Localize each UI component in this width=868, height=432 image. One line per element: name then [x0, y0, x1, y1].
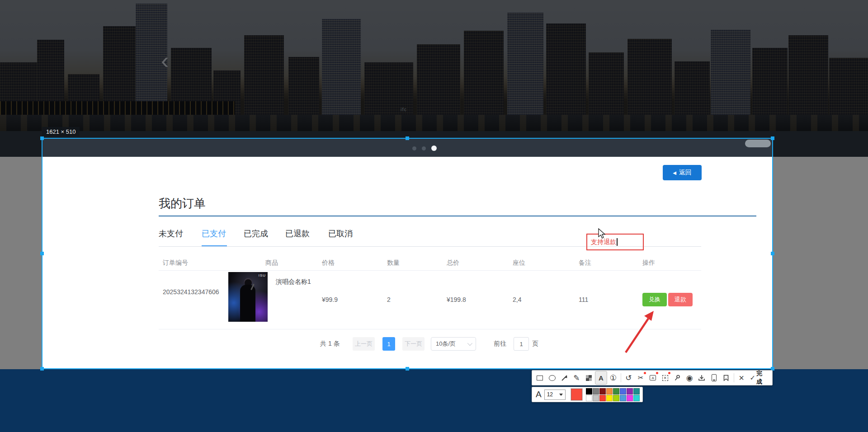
close-icon[interactable]: × [736, 371, 748, 385]
done-label: 完成 [756, 370, 768, 386]
toolbar-separator [621, 373, 621, 382]
ellipse-icon[interactable] [546, 371, 558, 385]
color-palette [586, 388, 640, 401]
resize-handle-e[interactable] [771, 252, 774, 255]
mosaic-icon[interactable] [583, 371, 595, 385]
check-icon: ✓ [750, 374, 755, 382]
selection-size-label: 1621 × 510 [42, 127, 80, 136]
dim-overlay-left [0, 138, 42, 369]
mobile-icon[interactable] [708, 371, 720, 385]
step-number-icon[interactable]: ① [607, 371, 619, 385]
palette-color[interactable] [620, 395, 626, 401]
bookmark-icon[interactable] [720, 371, 732, 385]
palette-color[interactable] [599, 388, 606, 394]
palette-color[interactable] [586, 388, 592, 394]
done-button[interactable]: ✓ 完成 [747, 371, 770, 385]
annotation-toolbar: ✎ A ① ↺ ✂ A ✕ ◉ × ✓ 完成 [532, 370, 773, 385]
resize-handle-n[interactable] [406, 136, 409, 140]
dim-overlay-top [0, 0, 868, 138]
toolbar-separator [734, 373, 734, 382]
chevron-down-icon [559, 394, 563, 396]
mouse-cursor [598, 228, 607, 240]
rectangle-icon[interactable] [534, 371, 546, 385]
palette-color[interactable] [627, 395, 633, 401]
current-color-swatch[interactable] [571, 389, 582, 400]
palette-color[interactable] [633, 388, 640, 394]
text-icon[interactable]: A [595, 371, 607, 385]
download-icon[interactable] [696, 371, 708, 385]
annotation-text-box[interactable]: 支持退款 [586, 234, 644, 250]
region-ocr-icon[interactable]: ✂ [635, 371, 647, 385]
palette-color[interactable] [599, 395, 606, 401]
undo-icon[interactable]: ↺ [623, 371, 635, 385]
pin-icon[interactable] [671, 371, 684, 385]
font-size-value: 12 [547, 391, 553, 398]
resize-handle-ne[interactable] [771, 136, 774, 140]
annotation-arrow [615, 306, 665, 356]
palette-color[interactable] [620, 388, 626, 394]
palette-color[interactable] [613, 388, 619, 394]
palette-color[interactable] [633, 395, 640, 401]
resize-handle-s[interactable] [406, 367, 409, 371]
arrow-icon[interactable] [558, 371, 571, 385]
extract-icon[interactable]: ✕ [659, 371, 671, 385]
text-caret [617, 238, 618, 246]
dim-overlay-right [773, 138, 868, 369]
resize-handle-sw[interactable] [40, 367, 44, 371]
pencil-icon[interactable]: ✎ [571, 371, 583, 385]
palette-color[interactable] [606, 395, 613, 401]
palette-color[interactable] [593, 395, 599, 401]
resize-handle-nw[interactable] [40, 136, 44, 140]
record-icon[interactable]: ◉ [684, 371, 696, 385]
resize-handle-w[interactable] [40, 252, 44, 255]
palette-color[interactable] [606, 388, 613, 394]
font-icon: A [536, 390, 542, 399]
palette-color[interactable] [627, 388, 633, 394]
palette-color[interactable] [613, 395, 619, 401]
palette-color[interactable] [586, 395, 592, 401]
palette-color[interactable] [593, 388, 599, 394]
image-ocr-icon[interactable]: A [647, 371, 659, 385]
font-size-select[interactable]: 12 [544, 390, 566, 400]
text-style-toolbar: A 12 [532, 387, 643, 402]
